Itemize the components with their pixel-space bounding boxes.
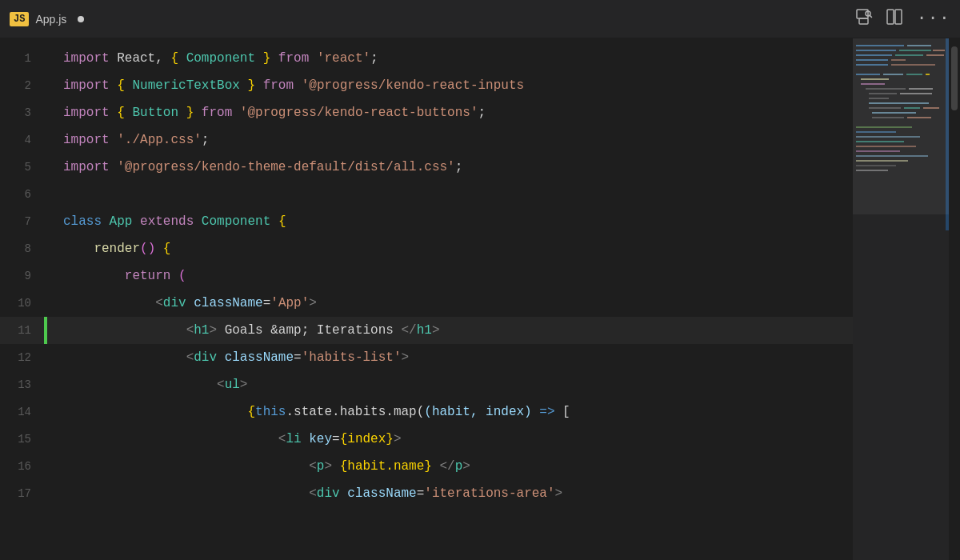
line-content: return ( — [47, 262, 853, 290]
code-line: 9 return ( — [0, 262, 853, 290]
unsaved-indicator — [78, 16, 84, 22]
line-content: <div className='iterations-area'> — [47, 480, 853, 507]
tab[interactable]: JS App.js — [10, 12, 84, 26]
line-number: 7 — [0, 208, 44, 235]
line-content: class App extends Component { — [47, 208, 853, 235]
svg-rect-0 — [857, 10, 868, 18]
code-line: 13 <ul> — [0, 371, 853, 398]
js-badge: JS — [10, 12, 29, 26]
main-content: 1import React, { Component } from 'react… — [0, 38, 960, 560]
code-line: 12 <div className='habits-list'> — [0, 344, 853, 371]
code-line: 14 {this.state.habits.map((habit, index)… — [0, 398, 853, 426]
svg-rect-5 — [895, 10, 902, 24]
line-content: <p> {habit.name} </p> — [47, 453, 853, 480]
minimap[interactable] — [853, 38, 949, 560]
line-number: 8 — [0, 235, 44, 262]
search-icon[interactable] — [855, 8, 873, 30]
code-lines: 1import React, { Component } from 'react… — [0, 38, 853, 514]
code-line: 10 <div className='App'> — [0, 290, 853, 317]
line-content: <div className='App'> — [47, 290, 853, 317]
code-line: 4import './App.css'; — [0, 126, 853, 154]
code-editor[interactable]: 1import React, { Component } from 'react… — [0, 38, 853, 560]
svg-line-3 — [870, 15, 871, 17]
line-content: import { Button } from '@progress/kendo-… — [47, 99, 853, 126]
line-content: import '@progress/kendo-theme-default/di… — [47, 154, 853, 181]
code-line: 8 render() { — [0, 235, 853, 262]
layout-icon[interactable] — [886, 8, 903, 30]
line-number: 14 — [0, 398, 44, 426]
line-number: 6 — [0, 181, 44, 208]
line-number: 11 — [0, 317, 44, 344]
code-line: 2import { NumericTextBox } from '@progre… — [0, 72, 853, 99]
code-line: 7class App extends Component { — [0, 208, 853, 235]
line-number: 1 — [0, 45, 44, 72]
code-line: 5import '@progress/kendo-theme-default/d… — [0, 154, 853, 181]
line-content: render() { — [47, 235, 853, 262]
svg-rect-4 — [887, 10, 894, 24]
code-line: 6 — [0, 181, 853, 208]
svg-rect-1 — [859, 18, 868, 24]
line-content: import React, { Component } from 'react'… — [47, 45, 853, 72]
code-line: 16 <p> {habit.name} </p> — [0, 453, 853, 480]
line-number: 9 — [0, 262, 44, 290]
line-content: <li key={index}> — [47, 426, 853, 453]
line-indicator — [44, 181, 47, 208]
line-content: {this.state.habits.map((habit, index) =>… — [47, 398, 853, 426]
line-number: 15 — [0, 426, 44, 453]
line-content: <ul> — [47, 371, 853, 398]
scrollbar-thumb[interactable] — [951, 46, 958, 110]
line-content: import { NumericTextBox } from '@progres… — [47, 72, 853, 99]
line-number: 17 — [0, 480, 44, 507]
line-content: <div className='habits-list'> — [47, 344, 853, 371]
line-content: import './App.css'; — [47, 126, 853, 154]
code-line: 17 <div className='iterations-area'> — [0, 480, 853, 507]
code-line: 11 <h1> Goals &amp; Iterations </h1> — [0, 317, 853, 344]
line-number: 3 — [0, 99, 44, 126]
code-line: 15 <li key={index}> — [0, 426, 853, 453]
more-icon[interactable]: ··· — [916, 10, 950, 28]
line-number: 13 — [0, 371, 44, 398]
line-number: 4 — [0, 126, 44, 154]
line-number: 12 — [0, 344, 44, 371]
line-content: <h1> Goals &amp; Iterations </h1> — [47, 317, 853, 344]
line-number: 10 — [0, 290, 44, 317]
tab-filename: App.js — [35, 13, 66, 26]
code-line: 3import { Button } from '@progress/kendo… — [0, 99, 853, 126]
minimap-highlight — [853, 38, 949, 214]
scrollbar-track[interactable] — [949, 38, 960, 560]
toolbar-buttons: ··· — [855, 8, 950, 30]
title-bar: JS App.js ··· — [0, 0, 960, 38]
line-number: 16 — [0, 453, 44, 480]
code-line: 1import React, { Component } from 'react… — [0, 45, 853, 72]
line-number: 5 — [0, 154, 44, 181]
line-number: 2 — [0, 72, 44, 99]
